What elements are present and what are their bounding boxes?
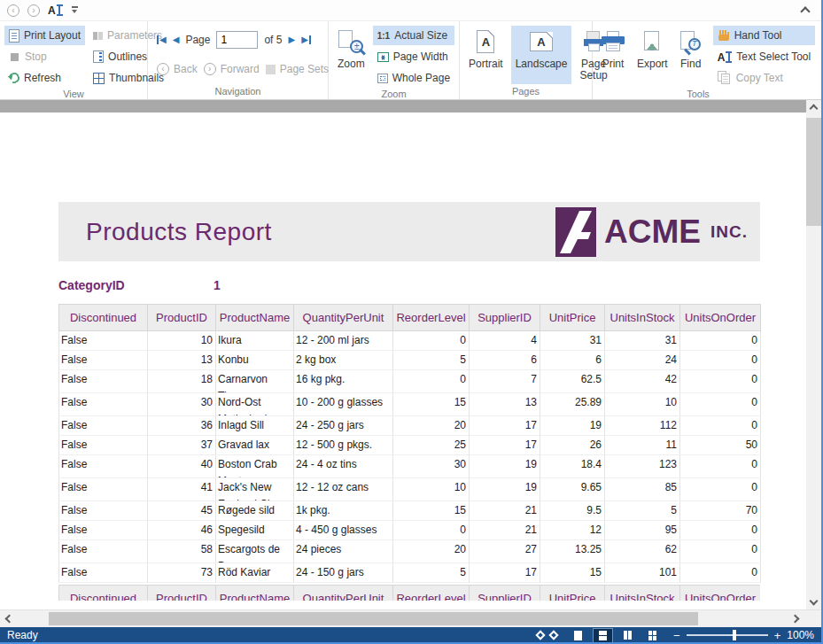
actual-size-label: Actual Size bbox=[394, 29, 447, 42]
table-cell: False bbox=[59, 563, 148, 583]
continuous-scroll-view-button[interactable] bbox=[594, 629, 612, 642]
table-cell: 2 kg box bbox=[294, 351, 393, 370]
table-cell: Jack's New England Clam Chowder bbox=[216, 478, 294, 501]
print-layout-button[interactable]: Print Layout bbox=[4, 26, 85, 45]
zoom-slider-thumb[interactable] bbox=[733, 630, 736, 640]
next-page-button[interactable] bbox=[288, 35, 295, 44]
column-header: UnitsInStock bbox=[605, 586, 680, 601]
back-history-button[interactable]: Back bbox=[157, 59, 198, 79]
zoom-out-icon[interactable] bbox=[673, 630, 680, 641]
ribbon-group-pages: A Portrait A Landscape Page Setup Pages bbox=[460, 21, 593, 99]
refresh-button[interactable]: Refresh bbox=[4, 68, 85, 88]
horizontal-scrollbar[interactable] bbox=[0, 609, 821, 627]
table-cell: False bbox=[59, 331, 148, 351]
find-label: Find bbox=[680, 58, 701, 70]
table-cell: 20 bbox=[393, 540, 470, 563]
scroll-down-button[interactable] bbox=[806, 595, 821, 609]
table-cell: 0 bbox=[680, 370, 761, 393]
table-cell: 10 bbox=[605, 393, 680, 416]
stop-button[interactable]: Stop bbox=[4, 47, 85, 66]
whole-page-button[interactable]: Whole Page bbox=[373, 68, 454, 88]
multi-page-view-button[interactable] bbox=[643, 629, 662, 642]
scroll-left-button[interactable] bbox=[0, 610, 16, 627]
report-header-banner: Products Report ACME INC. bbox=[58, 202, 760, 261]
table-cell: False bbox=[59, 478, 148, 501]
table-row: False40Boston Crab Meat24 - 4 oz tins301… bbox=[59, 455, 761, 478]
column-header: UnitPrice bbox=[540, 586, 605, 601]
customize-dropdown-icon[interactable] bbox=[71, 6, 79, 14]
refresh-label: Refresh bbox=[24, 72, 61, 84]
zoom-button[interactable]: Zoom bbox=[333, 26, 369, 84]
next-page-status-icon[interactable] bbox=[548, 630, 558, 640]
zoom-button-label: Zoom bbox=[338, 58, 365, 70]
collapse-ribbon-icon[interactable] bbox=[800, 6, 810, 16]
table-cell: 0 bbox=[680, 331, 761, 351]
table-cell: 9.5 bbox=[540, 501, 605, 521]
table-cell: 12 - 200 ml jars bbox=[294, 331, 393, 351]
copy-text-button[interactable]: Copy Text bbox=[713, 68, 816, 88]
zoom-level-value: 100% bbox=[787, 629, 814, 641]
zoom-slider[interactable] bbox=[687, 634, 768, 636]
zoom-in-icon[interactable] bbox=[774, 630, 781, 641]
export-button[interactable]: Export bbox=[633, 26, 672, 84]
print-label: Print bbox=[602, 58, 625, 70]
table-cell: 13 bbox=[470, 393, 540, 416]
table-cell: 70 bbox=[680, 501, 761, 521]
page-width-button[interactable]: Page Width bbox=[373, 47, 454, 66]
products-table-repeat-header: DiscontinuedProductIDProductNameQuantity… bbox=[58, 585, 760, 601]
vertical-scroll-thumb[interactable] bbox=[806, 118, 821, 226]
first-page-button[interactable] bbox=[157, 35, 167, 44]
previous-page-status-icon[interactable] bbox=[535, 630, 545, 640]
page-number-input[interactable] bbox=[216, 31, 258, 49]
print-icon bbox=[602, 31, 625, 52]
hand-tool-button[interactable]: Hand Tool bbox=[713, 26, 816, 45]
products-table: DiscontinuedProductIDProductNameQuantity… bbox=[58, 304, 761, 583]
column-header: QuantityPerUnit bbox=[294, 586, 393, 601]
find-button[interactable]: Find bbox=[676, 26, 706, 84]
print-layout-icon bbox=[9, 29, 19, 43]
table-cell: 62.5 bbox=[540, 370, 605, 393]
landscape-icon: A bbox=[530, 32, 553, 51]
forward-icon[interactable] bbox=[27, 4, 40, 17]
page-sets-button[interactable]: Page Sets bbox=[266, 59, 329, 79]
parameter-label: CategoryID bbox=[58, 278, 214, 292]
two-page-view-button[interactable] bbox=[618, 629, 637, 642]
logo-company-suffix: INC. bbox=[710, 222, 748, 242]
table-cell: 13 bbox=[148, 351, 216, 370]
previous-page-button[interactable] bbox=[173, 35, 180, 44]
table-cell: 26 bbox=[540, 436, 605, 455]
products-table-wrap: DiscontinuedProductIDProductNameQuantity… bbox=[58, 304, 761, 583]
hand-tool-icon bbox=[718, 30, 730, 42]
table-cell: False bbox=[59, 501, 148, 521]
table-cell: 30 bbox=[393, 455, 470, 478]
column-header: Discontinued bbox=[59, 305, 148, 331]
page-width-icon bbox=[377, 52, 389, 62]
horizontal-scroll-thumb[interactable] bbox=[49, 612, 698, 625]
table-cell: False bbox=[59, 416, 148, 436]
text-select-icon[interactable]: A bbox=[48, 4, 63, 16]
table-cell: 31 bbox=[540, 331, 605, 351]
column-header: SupplierID bbox=[470, 586, 540, 601]
stop-label: Stop bbox=[25, 50, 47, 63]
table-cell: Nord-Ost Matjeshering bbox=[216, 393, 294, 416]
forward-history-button[interactable]: Forward bbox=[204, 59, 260, 79]
table-cell: 24 pieces bbox=[294, 540, 393, 563]
scroll-up-button[interactable] bbox=[806, 100, 821, 114]
actual-size-button[interactable]: 1:1 Actual Size bbox=[373, 26, 454, 45]
table-cell: 7 bbox=[470, 370, 540, 393]
table-cell: 0 bbox=[393, 521, 470, 540]
last-page-button[interactable] bbox=[301, 35, 311, 44]
column-header: UnitsOnOrder bbox=[680, 305, 761, 331]
portrait-button[interactable]: A Portrait bbox=[464, 26, 508, 84]
back-icon[interactable] bbox=[7, 4, 19, 17]
table-cell: 0 bbox=[680, 563, 761, 583]
landscape-button[interactable]: A Landscape bbox=[511, 26, 572, 84]
single-page-view-button[interactable] bbox=[569, 629, 587, 642]
text-select-tool-button[interactable]: A Text Select Tool bbox=[713, 47, 816, 66]
vertical-scrollbar[interactable] bbox=[806, 100, 821, 609]
table-cell: 16 kg pkg. bbox=[294, 370, 393, 393]
print-button[interactable]: Print bbox=[597, 26, 629, 84]
table-cell: 10 bbox=[393, 478, 470, 501]
table-cell: Röd Kaviar bbox=[216, 563, 294, 583]
scroll-right-button[interactable] bbox=[788, 610, 804, 627]
